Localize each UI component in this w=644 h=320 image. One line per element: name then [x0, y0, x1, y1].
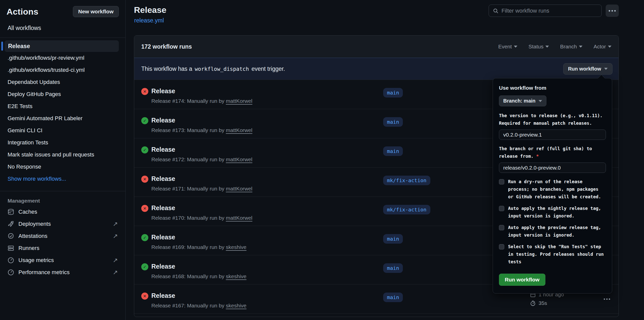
banner-text-suffix: event trigger. — [251, 66, 285, 72]
filter-workflow-runs-box[interactable] — [489, 5, 602, 17]
selected-accent-bar — [1, 42, 3, 51]
workflow-runs-count: 172 workflow runs — [141, 43, 192, 50]
show-more-workflows-link[interactable]: Show more workflows... — [0, 173, 125, 185]
sidebar-item-performance-metrics[interactable]: Performance metrics ↗ — [0, 266, 125, 278]
run-workflow-submit-button[interactable]: Run workflow — [499, 274, 545, 286]
dry-run-checkbox[interactable] — [499, 179, 504, 184]
run-status-failure-icon: ✕ — [141, 88, 148, 95]
branch-pill[interactable]: main — [383, 234, 403, 244]
sidebar-item-deploy-github-pages[interactable]: Deploy GitHub Pages — [0, 88, 125, 100]
run-title-link[interactable]: Release — [151, 204, 175, 212]
branch-select-dropdown[interactable]: Branch: main — [499, 95, 546, 106]
run-description: Release #174: Manually run by mattKorwel — [151, 98, 252, 104]
sidebar-item-runners[interactable]: Runners — [0, 242, 125, 254]
ref-input[interactable] — [499, 163, 606, 173]
run-actor-link[interactable]: mattKorwel — [226, 98, 252, 104]
run-workflow-dropdown-button[interactable]: Run workflow — [563, 63, 612, 75]
nightly-tag-checkbox[interactable] — [499, 206, 504, 211]
branch-pill[interactable]: main — [383, 293, 403, 302]
branch-pill[interactable]: main — [383, 88, 403, 98]
run-options-kebab-button[interactable] — [602, 296, 612, 303]
status-filter-dropdown[interactable]: Status — [528, 44, 549, 50]
branch-pill[interactable]: main — [383, 117, 403, 127]
status-glyph: ✕ — [143, 89, 146, 94]
sidebar-item-mark-stale[interactable]: Mark stale issues and pull requests — [0, 149, 125, 161]
run-actor-link[interactable]: mattKorwel — [226, 186, 252, 191]
filter-label: Event — [498, 44, 512, 50]
run-description: Release #167: Manually run by skeshive — [151, 303, 246, 309]
run-description: Release #170: Manually run by mattKorwel — [151, 215, 252, 221]
sidebar-item-caches[interactable]: Caches — [0, 206, 125, 218]
run-actor-link[interactable]: skeshive — [226, 303, 246, 308]
actor-filter-dropdown[interactable]: Actor — [594, 44, 611, 50]
sidebar-item-gemini-cli-ci[interactable]: Gemini CLI CI — [0, 124, 125, 137]
sidebar-item-deployments[interactable]: Deployments ↗ — [0, 218, 125, 230]
run-title-link[interactable]: Release — [151, 175, 175, 182]
sidebar-item-usage-metrics[interactable]: Usage metrics ↗ — [0, 254, 125, 266]
status-glyph: ✕ — [143, 294, 146, 299]
database-icon — [8, 209, 14, 215]
sidebar-item-integration-tests[interactable]: Integration Tests — [0, 137, 125, 149]
run-desc-text: Release #174: Manually run by — [151, 98, 226, 104]
run-description: Release #171: Manually run by mattKorwel — [151, 186, 252, 192]
branch-select-label: Branch: main — [503, 98, 536, 104]
branch-pill[interactable]: mk/fix-action — [383, 176, 430, 185]
run-title-link[interactable]: Release — [151, 117, 175, 124]
stopwatch-icon — [530, 300, 536, 306]
run-status-failure-icon: ✕ — [141, 205, 148, 212]
workflow-run-row-partial — [134, 314, 619, 317]
preview-tag-label: Auto apply the preview release tag, inpu… — [508, 224, 606, 239]
run-actor-link[interactable]: mattKorwel — [226, 215, 252, 221]
branch-pill[interactable]: mk/fix-action — [383, 205, 430, 214]
filter-label: Actor — [594, 44, 606, 50]
branch-pill[interactable]: main — [383, 146, 403, 156]
run-desc-text: Release #172: Manually run by — [151, 156, 226, 162]
sidebar-item-no-response[interactable]: No Response — [0, 161, 125, 173]
sidebar-item-attestations[interactable]: Attestations ↗ — [0, 230, 125, 242]
preview-tag-checkbox[interactable] — [499, 225, 504, 230]
workflow-options-kebab-button[interactable] — [606, 5, 619, 17]
status-glyph: ✓ — [143, 235, 146, 240]
chevron-down-icon — [608, 46, 611, 48]
ref-input-label: The branch or ref (full git sha) to rele… — [499, 145, 606, 160]
run-actor-link[interactable]: mattKorwel — [226, 127, 252, 133]
runs-list-header: 172 workflow runs Event Status Branch Ac… — [134, 36, 619, 58]
status-glyph: ✓ — [143, 148, 146, 152]
skip-tests-checkbox[interactable] — [499, 244, 504, 249]
run-title-link[interactable]: Release — [151, 87, 175, 95]
new-workflow-button[interactable]: New workflow — [73, 6, 119, 17]
run-actor-link[interactable]: skeshive — [226, 244, 246, 250]
branch-filter-dropdown[interactable]: Branch — [560, 44, 582, 50]
run-actor-link[interactable]: skeshive — [226, 273, 246, 279]
kebab-icon — [608, 10, 616, 12]
run-title-link[interactable]: Release — [151, 234, 175, 241]
sidebar-item-pr-review[interactable]: .github/workflows/pr-review.yml — [0, 52, 125, 64]
status-glyph: ✕ — [143, 177, 146, 182]
run-workflow-panel: Use workflow from Branch: main The versi… — [493, 78, 612, 294]
event-filter-dropdown[interactable]: Event — [498, 44, 517, 50]
workflow-file-link[interactable]: release.yml — [134, 17, 164, 24]
filter-workflow-runs-input[interactable] — [501, 8, 597, 14]
sidebar-item-release-selected[interactable]: Release — [5, 40, 119, 52]
run-description: Release #173: Manually run by mattKorwel — [151, 127, 252, 133]
sidebar-item-gemini-pr-labeler[interactable]: Gemini Automated PR Labeler — [0, 112, 125, 124]
use-workflow-from-label: Use workflow from — [499, 85, 606, 91]
verified-badge-icon — [8, 233, 14, 239]
run-status-success-icon: ✓ — [141, 234, 148, 241]
run-actor-link[interactable]: mattKorwel — [226, 156, 252, 162]
branch-pill[interactable]: main — [383, 263, 403, 273]
run-desc-text: Release #167: Manually run by — [151, 303, 226, 308]
version-input[interactable] — [499, 130, 606, 140]
run-status-success-icon: ✓ — [141, 263, 148, 270]
chevron-down-icon — [514, 46, 517, 48]
sidebar-item-dependabot-updates[interactable]: Dependabot Updates — [0, 76, 125, 88]
run-desc-text: Release #171: Manually run by — [151, 186, 226, 191]
sidebar-item-all-workflows[interactable]: All workflows — [8, 25, 41, 31]
sidebar-item-label: Usage metrics — [18, 257, 108, 264]
run-title-link[interactable]: Release — [151, 263, 175, 270]
run-title-link[interactable]: Release — [151, 146, 175, 153]
sidebar-item-e2e-tests[interactable]: E2E Tests — [0, 100, 125, 112]
sidebar-item-trusted-ci[interactable]: .github/workflows/trusted-ci.yml — [0, 64, 125, 76]
run-title-link[interactable]: Release — [151, 292, 175, 299]
search-icon — [493, 8, 498, 14]
